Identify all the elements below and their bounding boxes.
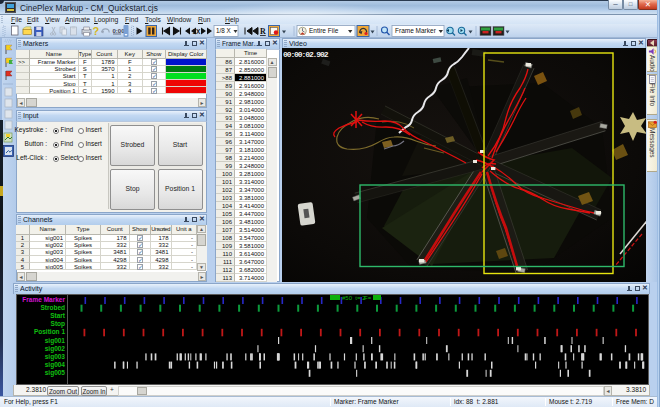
svg-text:0:00: 0:00 (113, 28, 126, 34)
svg-text:1X: 1X (193, 28, 202, 35)
svg-text:F=: F= (364, 295, 372, 301)
svg-text:1/8 X: 1/8 X (216, 27, 232, 34)
svg-text:Frame Marker: Frame Marker (395, 27, 437, 34)
svg-text:00:00:02.902: 00:00:02.902 (283, 50, 329, 59)
svg-text:Entire File: Entire File (309, 27, 339, 34)
svg-text:R: R (260, 27, 266, 36)
svg-text:?: ? (93, 25, 100, 37)
svg-text:#50 t= 2: #50 t= 2 (342, 295, 366, 301)
